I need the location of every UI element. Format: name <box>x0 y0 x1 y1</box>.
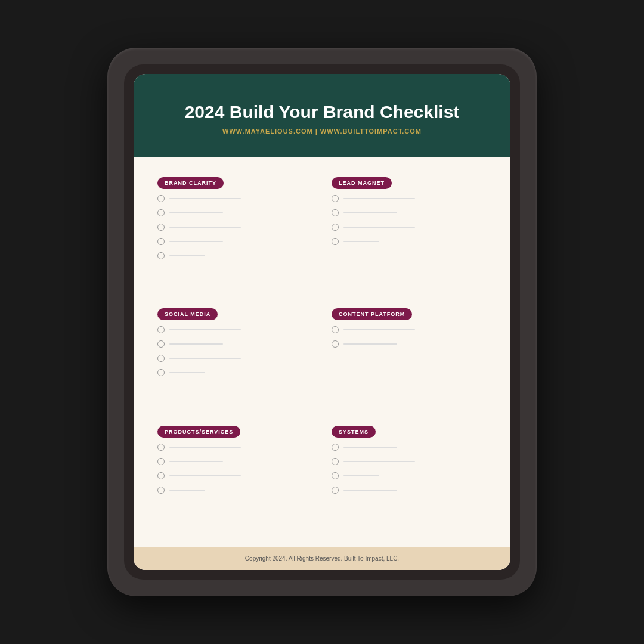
item-line <box>169 212 223 213</box>
item-line <box>169 475 241 476</box>
checkbox[interactable] <box>157 472 165 479</box>
copyright-text: Copyright 2024. All Rights Reserved. Bui… <box>145 555 499 562</box>
list-item <box>157 355 312 362</box>
list-item <box>157 444 312 451</box>
list-item <box>157 238 312 245</box>
list-item <box>332 209 487 216</box>
list-item <box>332 444 487 451</box>
item-line <box>343 227 415 228</box>
document-subtitle: WWW.MAYAELIOUS.COM | WWW.BUILTTOIMPACT.C… <box>222 128 422 135</box>
list-item <box>157 487 312 494</box>
list-item <box>332 195 487 202</box>
list-item <box>332 458 487 465</box>
item-line <box>169 372 205 373</box>
checkbox[interactable] <box>332 340 339 348</box>
checkbox[interactable] <box>157 355 165 362</box>
checkbox[interactable] <box>332 224 339 231</box>
checkbox[interactable] <box>332 195 339 202</box>
systems-section: SYSTEMS <box>322 418 496 535</box>
screen: 2024 Build Your Brand Checklist WWW.MAYA… <box>134 74 510 570</box>
checkbox[interactable] <box>157 444 165 451</box>
item-line <box>343 475 379 476</box>
item-line <box>169 255 205 256</box>
item-line <box>169 490 205 491</box>
checkbox[interactable] <box>332 238 339 245</box>
checkbox[interactable] <box>157 487 165 494</box>
list-item <box>157 209 312 216</box>
item-line <box>343 490 397 491</box>
checkbox[interactable] <box>157 224 165 231</box>
item-line <box>169 329 241 330</box>
item-line <box>343 461 415 462</box>
content-platform-badge: CONTENT PLATFORM <box>332 308 412 320</box>
checkbox[interactable] <box>157 458 165 465</box>
list-item <box>157 195 312 202</box>
list-item <box>332 238 487 245</box>
lead-magnet-section: LEAD MAGNET <box>322 169 496 301</box>
document-footer: Copyright 2024. All Rights Reserved. Bui… <box>134 547 510 570</box>
products-services-section: PRODUCTS/SERVICES <box>148 418 322 535</box>
list-item <box>332 224 487 231</box>
list-item <box>157 326 312 333</box>
social-media-section: SOCIAL MEDIA <box>148 301 322 417</box>
document-title: 2024 Build Your Brand Checklist <box>185 101 460 123</box>
checkbox[interactable] <box>332 487 339 494</box>
item-line <box>169 241 223 242</box>
lead-magnet-badge: LEAD MAGNET <box>332 177 392 189</box>
systems-list <box>332 444 487 494</box>
list-item <box>157 224 312 231</box>
item-line <box>169 198 241 199</box>
content-platform-section: CONTENT PLATFORM <box>322 301 496 417</box>
checkbox[interactable] <box>157 340 165 348</box>
checkbox[interactable] <box>157 369 165 376</box>
device-inner: 2024 Build Your Brand Checklist WWW.MAYA… <box>124 64 520 580</box>
list-item <box>332 340 487 348</box>
item-line <box>169 343 223 345</box>
list-item <box>332 487 487 494</box>
item-line <box>169 227 241 228</box>
brand-clarity-badge: BRAND CLARITY <box>157 177 224 189</box>
document-header: 2024 Build Your Brand Checklist WWW.MAYA… <box>134 74 510 157</box>
list-item <box>332 472 487 479</box>
list-item <box>157 369 312 376</box>
content-platform-list <box>332 326 487 348</box>
products-services-badge: PRODUCTS/SERVICES <box>157 426 240 438</box>
item-line <box>343 447 397 448</box>
checkbox[interactable] <box>332 472 339 479</box>
social-media-badge: SOCIAL MEDIA <box>157 308 218 320</box>
lead-magnet-list <box>332 195 487 245</box>
item-line <box>169 461 223 462</box>
checkbox[interactable] <box>332 209 339 216</box>
checkbox[interactable] <box>157 195 165 202</box>
list-item <box>157 340 312 348</box>
brand-clarity-list <box>157 195 312 259</box>
item-line <box>169 447 241 448</box>
brand-clarity-section: BRAND CLARITY <box>148 169 322 301</box>
checkbox[interactable] <box>157 238 165 245</box>
products-services-list <box>157 444 312 494</box>
checklist-content: BRAND CLARITY <box>134 157 510 547</box>
checkbox[interactable] <box>332 458 339 465</box>
list-item <box>332 326 487 333</box>
checkbox[interactable] <box>157 252 165 259</box>
list-item <box>157 472 312 479</box>
item-line <box>343 329 415 330</box>
checkbox[interactable] <box>157 209 165 216</box>
systems-badge: SYSTEMS <box>332 426 376 438</box>
item-line <box>343 198 415 199</box>
list-item <box>157 252 312 259</box>
item-line <box>169 358 241 359</box>
item-line <box>343 343 397 345</box>
checkbox[interactable] <box>157 326 165 333</box>
checkbox[interactable] <box>332 326 339 333</box>
checkbox[interactable] <box>332 444 339 451</box>
item-line <box>343 212 397 213</box>
item-line <box>343 241 379 242</box>
list-item <box>157 458 312 465</box>
tablet-device: 2024 Build Your Brand Checklist WWW.MAYA… <box>107 48 537 596</box>
social-media-list <box>157 326 312 376</box>
